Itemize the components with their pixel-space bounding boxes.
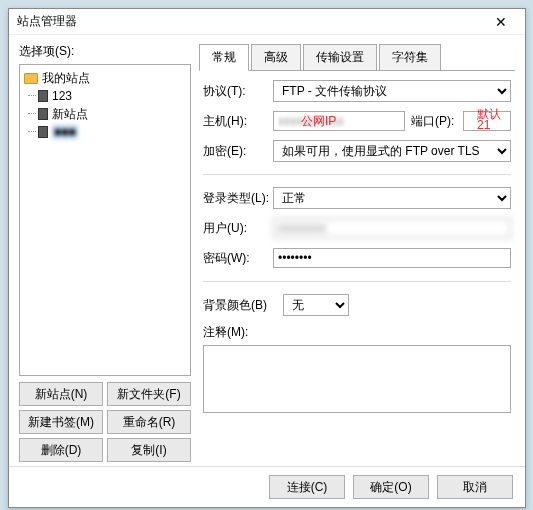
- row-comment: 注释(M):: [203, 324, 511, 416]
- window-title: 站点管理器: [17, 13, 485, 30]
- right-panel: 常规 高级 传输设置 字符集 协议(T): FTP - 文件传输协议 主机(H)…: [199, 43, 515, 462]
- left-buttons: 新站点(N) 新文件夹(F) 新建书签(M) 重命名(R) 删除(D) 复制(I…: [19, 382, 191, 462]
- rename-button[interactable]: 重命名(R): [107, 410, 191, 434]
- server-icon: [38, 108, 48, 120]
- new-site-button[interactable]: 新站点(N): [19, 382, 103, 406]
- host-wrapper: 公网IP: [273, 111, 405, 131]
- login-type-label: 登录类型(L):: [203, 190, 267, 207]
- connect-button[interactable]: 连接(C): [269, 475, 345, 499]
- tree-item-label: 123: [52, 89, 72, 103]
- protocol-label: 协议(T):: [203, 83, 267, 100]
- tab-advanced[interactable]: 高级: [251, 44, 301, 70]
- encrypt-label: 加密(E):: [203, 143, 267, 160]
- title-bar: 站点管理器 ✕: [9, 9, 525, 35]
- divider: [203, 174, 511, 175]
- tree-root-label: 我的站点: [42, 70, 90, 87]
- port-label: 端口(P):: [411, 113, 459, 130]
- row-host: 主机(H): 公网IP 端口(P): 默认21: [203, 110, 511, 132]
- tab-charset[interactable]: 字符集: [379, 44, 441, 70]
- tab-strip: 常规 高级 传输设置 字符集: [199, 44, 515, 71]
- tree-root[interactable]: 我的站点: [22, 69, 188, 87]
- copy-button[interactable]: 复制(I): [107, 438, 191, 462]
- tree-item[interactable]: 新站点: [22, 105, 188, 123]
- host-label: 主机(H):: [203, 113, 267, 130]
- delete-button[interactable]: 删除(D): [19, 438, 103, 462]
- row-protocol: 协议(T): FTP - 文件传输协议: [203, 80, 511, 102]
- password-label: 密码(W):: [203, 250, 267, 267]
- tree-item-selected[interactable]: ■■■: [22, 123, 188, 141]
- dialog-footer: 连接(C) 确定(O) 取消: [9, 466, 525, 507]
- comment-textarea[interactable]: [203, 345, 511, 413]
- tree-item[interactable]: 123: [22, 87, 188, 105]
- user-label: 用户(U):: [203, 220, 267, 237]
- server-icon: [38, 126, 48, 138]
- tab-transfer[interactable]: 传输设置: [303, 44, 377, 70]
- login-type-select[interactable]: 正常: [273, 187, 511, 209]
- cancel-button[interactable]: 取消: [437, 475, 513, 499]
- protocol-select[interactable]: FTP - 文件传输协议: [273, 80, 511, 102]
- server-icon: [38, 90, 48, 102]
- row-login-type: 登录类型(L): 正常: [203, 187, 511, 209]
- site-manager-dialog: 站点管理器 ✕ 选择项(S): 我的站点 123 新站点: [8, 8, 526, 508]
- dialog-body: 选择项(S): 我的站点 123 新站点 ■■■: [9, 35, 525, 466]
- new-bookmark-button[interactable]: 新建书签(M): [19, 410, 103, 434]
- tree-item-label: ■■■: [52, 125, 78, 139]
- tab-general[interactable]: 常规: [199, 44, 249, 71]
- password-input[interactable]: [273, 248, 511, 268]
- tree-item-label: 新站点: [52, 106, 88, 123]
- site-tree[interactable]: 我的站点 123 新站点 ■■■: [19, 64, 191, 376]
- encrypt-select[interactable]: 如果可用，使用显式的 FTP over TLS: [273, 140, 511, 162]
- folder-icon: [24, 73, 38, 84]
- new-folder-button[interactable]: 新文件夹(F): [107, 382, 191, 406]
- row-password: 密码(W):: [203, 247, 511, 269]
- ok-button[interactable]: 确定(O): [353, 475, 429, 499]
- bgcolor-label: 背景颜色(B): [203, 297, 277, 314]
- row-bgcolor: 背景颜色(B) 无: [203, 294, 511, 316]
- user-input[interactable]: [273, 218, 511, 238]
- left-panel: 选择项(S): 我的站点 123 新站点 ■■■: [19, 43, 191, 462]
- host-input[interactable]: [273, 111, 405, 131]
- divider: [203, 281, 511, 282]
- select-label: 选择项(S):: [19, 43, 191, 60]
- close-icon[interactable]: ✕: [485, 14, 517, 30]
- row-user: 用户(U):: [203, 217, 511, 239]
- bgcolor-select[interactable]: 无: [283, 294, 349, 316]
- port-wrapper: 端口(P): 默认21: [411, 111, 511, 131]
- tab-content-general: 协议(T): FTP - 文件传输协议 主机(H): 公网IP 端口(P):: [199, 70, 515, 462]
- port-default-note: 默认21: [477, 109, 501, 131]
- row-encrypt: 加密(E): 如果可用，使用显式的 FTP over TLS: [203, 140, 511, 162]
- comment-label: 注释(M):: [203, 324, 511, 341]
